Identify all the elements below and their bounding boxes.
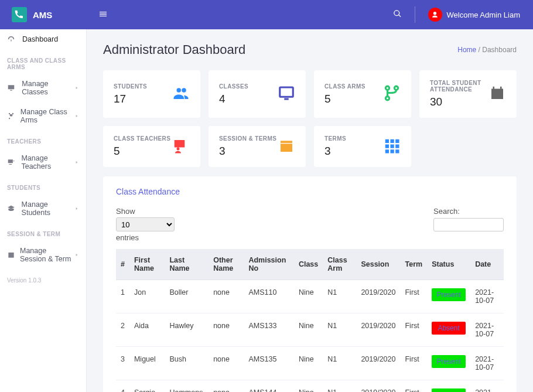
monitor-icon <box>7 84 17 92</box>
status-badge: Present <box>432 355 466 368</box>
svg-rect-0 <box>280 87 293 97</box>
teacher-icon <box>172 137 190 156</box>
entries-select[interactable]: 10 <box>116 217 175 231</box>
breadcrumb-current: Dashboard <box>482 46 517 54</box>
calendar-icon <box>7 251 15 259</box>
sidebar: Dashboard CLASS AND CLASS ARMS Manage Cl… <box>0 29 87 392</box>
chevron-right-icon <box>74 251 79 259</box>
card-students: STUDENTS17 <box>103 70 200 118</box>
breadcrumb-home[interactable]: Home <box>457 46 476 54</box>
table-row: 4SergioHammonsnoneAMS144NineN12019/2020F… <box>116 380 504 393</box>
branch-icon <box>7 112 16 120</box>
logo: AMS <box>0 7 87 22</box>
table-row: 2AidaHawleynoneAMS133NineN12019/2020Firs… <box>116 313 504 347</box>
sidebar-item-manage-session-term[interactable]: Manage Session & Term <box>0 241 86 269</box>
sidebar-item-manage-students[interactable]: Manage Students <box>0 195 86 223</box>
svg-point-2 <box>394 86 398 90</box>
dashboard-icon <box>7 35 18 43</box>
version-label: Version 1.0.3 <box>0 269 86 292</box>
svg-rect-12 <box>395 149 399 153</box>
logo-icon <box>12 7 27 22</box>
search-input[interactable] <box>433 218 504 231</box>
attendance-table: # First Name Last Name Other Name Admiss… <box>116 249 504 392</box>
teacher-icon <box>7 158 16 166</box>
branch-icon <box>383 84 401 104</box>
table-row: 1JonBollernoneAMS110NineN12019/2020First… <box>116 280 504 313</box>
brand-text: AMS <box>33 10 52 20</box>
calendar-icon <box>488 84 506 104</box>
attendance-panel: Class Attendance Show 10 entries Search:… <box>103 176 517 392</box>
card-class-teachers: CLASS TEACHERS5 <box>103 126 200 167</box>
svg-point-1 <box>385 86 389 90</box>
sidebar-section-class: CLASS AND CLASS ARMS <box>0 49 86 74</box>
users-icon <box>172 84 190 104</box>
sidebar-section-students: STUDENTS <box>0 176 86 195</box>
chevron-right-icon <box>74 204 79 213</box>
card-classes: CLASSES4 <box>209 70 306 118</box>
user-menu[interactable]: Welcome Admin Liam <box>428 8 520 22</box>
status-badge: Present <box>432 388 466 392</box>
sidebar-item-dashboard[interactable]: Dashboard <box>0 29 86 49</box>
calendar-alt-icon <box>278 137 295 156</box>
svg-rect-11 <box>391 149 394 153</box>
separator <box>415 6 415 23</box>
svg-rect-10 <box>385 149 389 153</box>
student-icon <box>7 204 17 213</box>
panel-title: Class Attendance <box>116 187 504 196</box>
card-session-terms: SESSION & TERMS3 <box>209 126 306 167</box>
search-icon[interactable] <box>393 9 402 20</box>
chevron-right-icon <box>74 84 79 92</box>
sidebar-section-session: SESSION & TERM <box>0 223 86 241</box>
table-row: 3MiguelBushnoneAMS135NineN12019/2020Firs… <box>116 347 504 380</box>
breadcrumb: Home / Dashboard <box>457 46 517 54</box>
svg-rect-7 <box>385 144 389 148</box>
welcome-text: Welcome Admin Liam <box>447 11 520 19</box>
card-total-attendance: TOTAL STUDENT ATTENDANCE30 <box>419 70 517 118</box>
sidebar-section-teachers: TEACHERS <box>0 130 86 148</box>
card-terms: TERMS3 <box>314 126 411 167</box>
svg-rect-5 <box>391 139 394 142</box>
main-content: Administrator Dashboard Home / Dashboard… <box>87 29 533 392</box>
monitor-icon <box>278 84 295 104</box>
status-badge: Absent <box>432 322 466 335</box>
sidebar-item-manage-classes[interactable]: Manage Classes <box>0 74 86 102</box>
card-class-arms: CLASS ARMS5 <box>314 70 411 118</box>
chevron-right-icon <box>74 112 79 120</box>
page-title: Administrator Dashboard <box>103 42 245 57</box>
chevron-right-icon <box>74 158 79 166</box>
user-icon <box>428 8 442 22</box>
entries-label: entries <box>116 233 175 242</box>
show-label: Show <box>116 207 175 216</box>
sidebar-item-manage-teachers[interactable]: Manage Teachers <box>0 148 86 176</box>
status-badge: Present <box>432 288 466 301</box>
menu-toggle[interactable] <box>87 9 119 21</box>
svg-rect-4 <box>385 139 389 142</box>
svg-rect-6 <box>395 139 399 142</box>
search-label: Search: <box>433 207 504 216</box>
table-header-row: # First Name Last Name Other Name Admiss… <box>116 249 504 280</box>
svg-rect-9 <box>395 144 399 148</box>
svg-point-3 <box>385 97 389 100</box>
header: AMS Welcome Admin Liam <box>0 0 533 29</box>
svg-rect-8 <box>391 144 394 148</box>
grid-icon <box>383 137 401 156</box>
sidebar-item-manage-class-arms[interactable]: Manage Class Arms <box>0 102 86 130</box>
